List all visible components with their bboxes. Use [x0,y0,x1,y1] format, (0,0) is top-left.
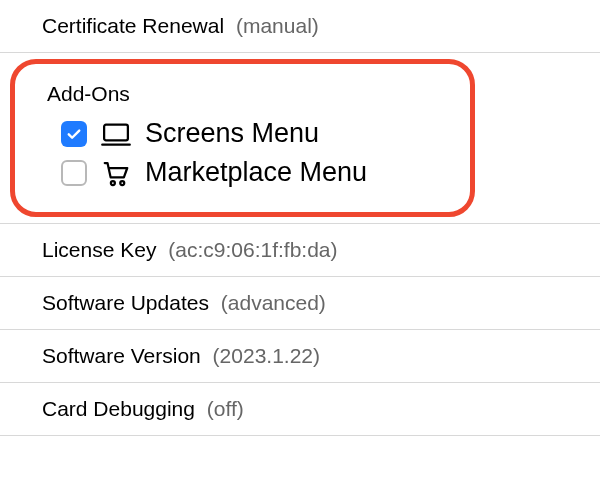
addon-marketplace-label: Marketplace Menu [145,157,367,188]
card-debugging-label: Card Debugging [42,397,195,421]
software-version-value: 2023.1.22 [213,344,320,368]
svg-rect-0 [104,124,128,140]
screen-icon [101,119,131,149]
svg-point-2 [111,181,115,185]
card-debugging-value: off [207,397,244,421]
screens-checkbox[interactable] [61,121,87,147]
check-icon [65,125,83,143]
addon-item-screens[interactable]: Screens Menu [45,114,446,153]
software-updates-row[interactable]: Software Updates advanced [0,277,600,330]
addons-panel: Add-Ons Screens Menu Marketplace Menu [10,59,475,217]
marketplace-checkbox[interactable] [61,160,87,186]
svg-point-3 [120,181,124,185]
license-key-value: ac:c9:06:1f:fb:da [168,238,337,262]
software-updates-value: advanced [221,291,326,315]
certificate-renewal-value: manual [236,14,319,38]
software-version-label: Software Version [42,344,201,368]
card-debugging-row[interactable]: Card Debugging off [0,383,600,436]
addon-screens-label: Screens Menu [145,118,319,149]
cart-icon [101,158,131,188]
certificate-renewal-label: Certificate Renewal [42,14,224,38]
addons-title: Add-Ons [47,82,446,106]
software-version-row[interactable]: Software Version 2023.1.22 [0,330,600,383]
certificate-renewal-row[interactable]: Certificate Renewal manual [0,0,600,53]
license-key-row[interactable]: License Key ac:c9:06:1f:fb:da [0,224,600,277]
license-key-label: License Key [42,238,156,262]
software-updates-label: Software Updates [42,291,209,315]
addon-item-marketplace[interactable]: Marketplace Menu [45,153,446,192]
